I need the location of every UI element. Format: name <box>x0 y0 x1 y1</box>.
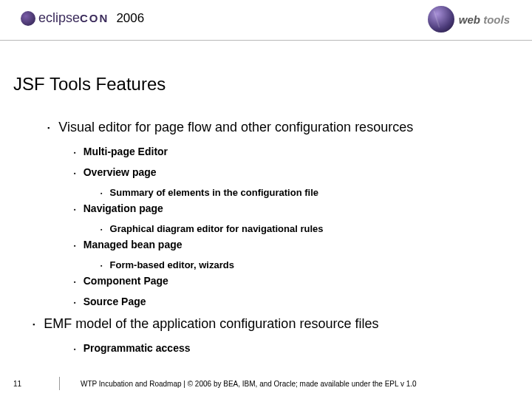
bullet-level1: EMF model of the application configurati… <box>33 316 510 332</box>
bullet-level2: Overview page <box>74 166 510 178</box>
bullet-level2: Navigation page <box>74 202 510 214</box>
footer-divider <box>59 377 60 390</box>
slide-header: eclipseCON 2006 web tools <box>0 0 532 43</box>
bullet-level3: Graphical diagram editor for navigationa… <box>100 223 510 234</box>
webtools-text: web tools <box>459 13 510 26</box>
page-number: 11 <box>0 380 52 388</box>
bullet-level2: Programmatic access <box>74 342 510 354</box>
webtools-logo: web tools <box>428 6 510 33</box>
bullet-level2: Multi-page Editor <box>74 146 510 157</box>
bullet-level2: Managed bean page <box>74 239 510 250</box>
bullet-level2: Source Page <box>74 296 510 307</box>
webtools-orb-icon <box>428 6 454 33</box>
eclipse-orb-icon <box>21 11 35 26</box>
eclipse-brand-text: eclipseCON <box>38 10 109 26</box>
header-divider <box>0 40 532 41</box>
bullet-level3: Summary of elements in the configuration… <box>100 187 510 198</box>
bullet-level1: Visual editor for page flow and other co… <box>47 120 510 135</box>
bullet-level2: Component Page <box>74 275 510 287</box>
bullet-level3: Form-based editor, wizards <box>100 259 510 270</box>
slide-title: JSF Tools Features <box>13 74 166 95</box>
slide-content: Visual editor for page flow and other co… <box>47 120 510 363</box>
eclipsecon-logo: eclipseCON 2006 <box>21 10 144 26</box>
slide-footer: 11 WTP Incubation and Roadmap | © 2006 b… <box>0 377 532 390</box>
conference-year: 2006 <box>116 11 144 26</box>
footer-text: WTP Incubation and Roadmap | © 2006 by B… <box>81 380 417 388</box>
